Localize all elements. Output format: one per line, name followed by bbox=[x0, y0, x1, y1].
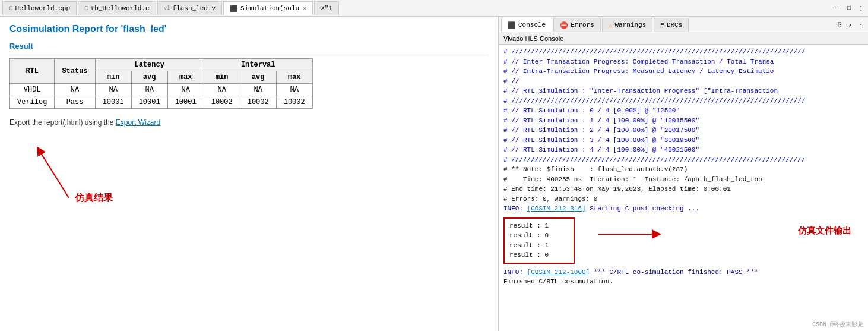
tab-overflow[interactable]: >"1 bbox=[314, 1, 339, 15]
int-max-header: max bbox=[276, 71, 312, 84]
console-copy-button[interactable]: ⎘ bbox=[835, 20, 844, 30]
console-clear-button[interactable]: ✕ bbox=[845, 20, 855, 30]
verilog-int-avg-cell: 10002 bbox=[240, 96, 276, 109]
result-line-3: result : 1 bbox=[509, 241, 569, 251]
vhdl-lat-avg-cell: NA bbox=[131, 84, 167, 96]
console-panel: ⬛ Console ⛔ Errors ⚠ Warnings ≡ DRCs ⎘ ✕… bbox=[499, 17, 868, 331]
int-min-header: min bbox=[204, 71, 240, 84]
verilog-lat-max-cell: 10001 bbox=[167, 96, 204, 109]
console-line: # //////////////////////////////////////… bbox=[503, 96, 863, 106]
verilog-rtl-cell: Verilog bbox=[10, 96, 55, 109]
console-line: # // RTL Simulation : "Inter-Transaction… bbox=[503, 86, 863, 96]
warnings-tab-label: Warnings bbox=[614, 21, 646, 29]
report-title: Cosimulation Report for 'flash_led' bbox=[9, 24, 489, 34]
result-output-section: result : 1 result : 0 result : 1 result … bbox=[503, 216, 863, 265]
maximize-button[interactable]: □ bbox=[844, 4, 854, 13]
console-bottom-line-2: Finished C/RTL cosimulation. bbox=[503, 277, 863, 287]
console-line: # //////////////////////////////////////… bbox=[503, 155, 863, 165]
vhdl-int-avg-cell: NA bbox=[240, 84, 276, 96]
cosim-link-2[interactable]: [COSIM 212-1000] bbox=[527, 269, 590, 276]
rtl-col-header: RTL bbox=[10, 59, 55, 84]
console-line: # Time: 400255 ns Iteration: 1 Instance:… bbox=[503, 175, 863, 185]
main-split-layout: Cosimulation Report for 'flash_led' Resu… bbox=[0, 17, 868, 331]
tab-flash-led-v[interactable]: vl flash_led.v bbox=[157, 1, 222, 15]
console-tab-drcs[interactable]: ≡ DRCs bbox=[654, 18, 689, 32]
console-line: # Errors: 0, Warnings: 0 bbox=[503, 194, 863, 204]
left-annotation-area: 仿真结果 bbox=[9, 138, 489, 222]
tab-simulation-solu[interactable]: ⬛ Simulation(solu ✕ bbox=[223, 1, 313, 15]
vl-file-icon: vl bbox=[164, 5, 170, 11]
right-arrow-svg bbox=[598, 222, 717, 252]
warnings-icon: ⚠ bbox=[609, 21, 613, 29]
console-line: # // RTL Simulation : 3 / 4 [100.00%] @ … bbox=[503, 135, 863, 146]
svg-line-0 bbox=[39, 150, 69, 198]
result-section-label: Result bbox=[9, 42, 489, 53]
console-line: # End time: 21:53:48 on May 19,2023, Ela… bbox=[503, 184, 863, 194]
console-line: # ** Note: $finish : flash_led.autotb.v(… bbox=[503, 165, 863, 175]
console-toolbar-right: ⎘ ✕ ⋮ bbox=[835, 20, 866, 30]
console-header-title: Vivado HLS Console bbox=[499, 33, 868, 45]
result-line-2: result : 0 bbox=[509, 231, 569, 241]
tab-helloworld-cpp[interactable]: C Helloworld.cpp bbox=[2, 1, 77, 15]
verilog-int-max-cell: 10002 bbox=[276, 96, 312, 109]
console-output[interactable]: # //////////////////////////////////////… bbox=[499, 45, 868, 331]
cosim-results-table: RTL Status Latency Interval min avg max … bbox=[9, 58, 313, 109]
interval-group-header: Interval bbox=[204, 59, 312, 71]
verilog-lat-avg-cell: 10001 bbox=[131, 96, 167, 109]
export-prefix: Export the report(.html) using the bbox=[9, 118, 116, 127]
result-line-4: result : 0 bbox=[509, 250, 569, 260]
console-line: # // RTL Simulation : 0 / 4 [0.00%] @ "1… bbox=[503, 106, 863, 116]
int-avg-header: avg bbox=[240, 71, 276, 84]
result-line-1: result : 1 bbox=[509, 221, 569, 231]
console-line: # // RTL Simulation : 4 / 4 [100.00%] @ … bbox=[503, 145, 863, 155]
tab-overflow-label: >"1 bbox=[321, 5, 332, 12]
tab-label: Simulation(solu bbox=[240, 5, 299, 12]
lat-avg-header: avg bbox=[131, 71, 167, 84]
minimize-button[interactable]: — bbox=[832, 4, 842, 13]
console-tab-console[interactable]: ⬛ Console bbox=[501, 18, 552, 32]
console-tab-errors[interactable]: ⛔ Errors bbox=[553, 18, 601, 32]
console-bottom-line-1: INFO: [COSIM 212-1000] *** C/RTL co-simu… bbox=[503, 267, 863, 278]
verilog-lat-min-cell: 10001 bbox=[95, 96, 131, 109]
tab-label: tb_Helloworld.c bbox=[91, 5, 150, 12]
console-line: # // Intra-Transaction Progress: Measure… bbox=[503, 67, 863, 77]
drcs-icon: ≡ bbox=[660, 21, 664, 29]
console-line: # //////////////////////////////////////… bbox=[503, 47, 863, 57]
export-text: Export the report(.html) using the Expor… bbox=[9, 118, 489, 127]
watermark: CSDN @终极末影龙 bbox=[812, 320, 863, 329]
console-line: # // RTL Simulation : 1 / 4 [100.00%] @ … bbox=[503, 116, 863, 126]
console-tab-bar: ⬛ Console ⛔ Errors ⚠ Warnings ≡ DRCs ⎘ ✕… bbox=[499, 17, 868, 33]
c-file-icon: C bbox=[9, 5, 13, 12]
tab-tb-helloworld[interactable]: C tb_Helloworld.c bbox=[78, 1, 156, 15]
lat-max-header: max bbox=[167, 71, 204, 84]
status-col-header: Status bbox=[55, 59, 95, 84]
console-more-button[interactable]: ⋮ bbox=[856, 20, 866, 30]
latency-group-header: Latency bbox=[95, 59, 204, 71]
tab-bar-actions: — □ ⋮ bbox=[832, 4, 866, 13]
console-line: # // bbox=[503, 77, 863, 87]
vhdl-rtl-cell: VHDL bbox=[10, 84, 55, 96]
vhdl-lat-min-cell: NA bbox=[95, 84, 131, 96]
console-line: # // Inter-Transaction Progress: Complet… bbox=[503, 57, 863, 67]
left-annotation-text: 仿真结果 bbox=[75, 192, 113, 204]
cosim-link[interactable]: [COSIM 212-316] bbox=[527, 205, 586, 212]
lat-min-header: min bbox=[95, 71, 131, 84]
sim-file-icon: ⬛ bbox=[230, 5, 238, 12]
console-tab-label: Console bbox=[518, 21, 546, 29]
console-icon: ⬛ bbox=[508, 21, 516, 29]
tab-close-button[interactable]: ✕ bbox=[303, 5, 306, 12]
vhdl-int-max-cell: NA bbox=[276, 84, 312, 96]
cosimulation-report-panel: Cosimulation Report for 'flash_led' Resu… bbox=[0, 17, 499, 331]
verilog-status-cell: Pass bbox=[55, 96, 95, 109]
export-wizard-link[interactable]: Export Wizard bbox=[116, 118, 160, 127]
errors-icon: ⛔ bbox=[560, 21, 568, 29]
more-button[interactable]: ⋮ bbox=[856, 4, 866, 13]
right-annotation-text: 仿真文件输出 bbox=[798, 225, 851, 237]
tab-label: Helloworld.cpp bbox=[15, 5, 70, 12]
c-file-icon-2: C bbox=[84, 5, 88, 12]
verilog-int-min-cell: 10002 bbox=[204, 96, 240, 109]
console-tab-warnings[interactable]: ⚠ Warnings bbox=[602, 18, 652, 32]
table-row: Verilog Pass 10001 10001 10001 10002 100… bbox=[10, 96, 313, 109]
editor-tab-bar: C Helloworld.cpp C tb_Helloworld.c vl fl… bbox=[0, 0, 868, 17]
table-row: VHDL NA NA NA NA NA NA NA bbox=[10, 84, 313, 96]
